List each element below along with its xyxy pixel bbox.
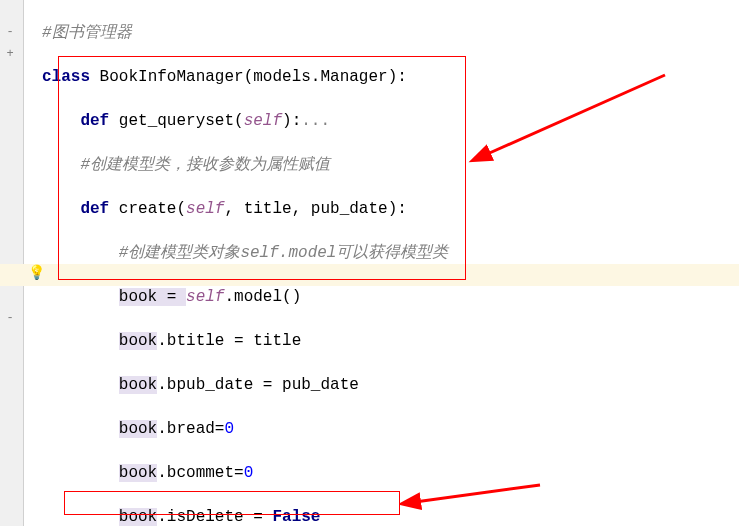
code-text: .bread= [157,420,224,438]
code-text: .bpub_date = pub_date [157,376,359,394]
code-text: .isDelete = [157,508,272,526]
code-text: book = [119,288,186,306]
class-decl: BookInfoManager(models.Manager): [90,68,407,86]
comment: #图书管理器 [42,24,132,42]
keyword: def [80,112,109,130]
keyword: class [42,68,90,86]
number: 0 [224,420,234,438]
code-text: ): [388,200,407,218]
code-text: book [119,332,157,350]
gutter: - + - [0,0,24,526]
fold-placeholder[interactable]: ... [301,112,330,130]
func-name: create( [109,200,186,218]
fold-icon[interactable]: - [3,311,17,325]
code-text: .bcommet= [157,464,243,482]
code-text: book [119,508,157,526]
self-param: self [244,112,282,130]
keyword: def [80,200,109,218]
code-editor[interactable]: #图书管理器 class BookInfoManager(models.Mana… [24,0,739,526]
code-text: .btitle = title [157,332,301,350]
code-text: .model() [224,288,301,306]
code-text: ): [282,112,301,130]
comment: #创建模型类，接收参数为属性赋值 [80,156,330,174]
params: , title, pub_date [224,200,387,218]
boolean: False [272,508,320,526]
number: 0 [244,464,254,482]
code-text: book [119,376,157,394]
code-text: book [119,464,157,482]
comment: #创建模型类对象self.model可以获得模型类 [119,244,449,262]
fold-icon[interactable]: - [3,25,17,39]
fold-icon[interactable]: + [3,47,17,61]
code-text: book [119,420,157,438]
self-param: self [186,200,224,218]
self-param: self [186,288,224,306]
func-name: get_queryset( [109,112,243,130]
